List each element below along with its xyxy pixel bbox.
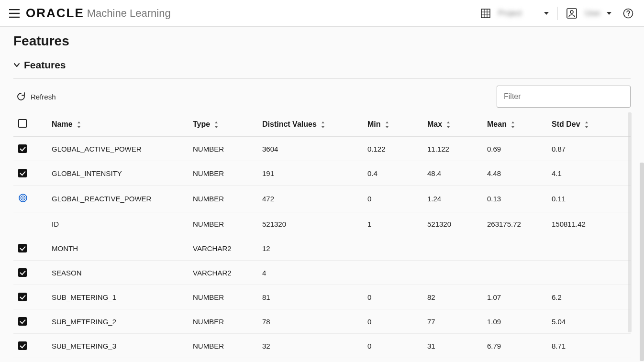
- refresh-label: Refresh: [31, 93, 56, 101]
- page-title: Features: [13, 33, 631, 49]
- cell-min: 0: [363, 186, 422, 212]
- user-icon: [566, 8, 577, 19]
- project-dropdown[interactable]: [537, 4, 553, 23]
- cell-min: 0: [363, 285, 422, 309]
- cell-max: 1.24: [422, 186, 482, 212]
- table-row[interactable]: GLOBAL_REACTIVE_POWERNUMBER47201.240.130…: [13, 186, 631, 212]
- cell-name: GLOBAL_REACTIVE_POWER: [47, 186, 188, 212]
- cell-name: GLOBAL_INTENSITY: [47, 161, 188, 186]
- row-checkbox[interactable]: [18, 144, 27, 153]
- row-checkbox[interactable]: [18, 169, 27, 177]
- cell-distinct: 12: [257, 236, 363, 261]
- row-checkbox[interactable]: [18, 317, 27, 326]
- cell-max: 11.122: [422, 137, 482, 161]
- cell-std: 150811.42: [547, 212, 631, 236]
- cell-type: VARCHAR2: [188, 261, 257, 285]
- cell-max: [422, 261, 482, 285]
- cell-distinct: 472: [257, 186, 363, 212]
- cell-type: VARCHAR2: [188, 236, 257, 261]
- col-header-select[interactable]: [13, 112, 47, 137]
- cell-mean: 0.13: [482, 186, 547, 212]
- section-title: Features: [24, 59, 66, 71]
- cell-mean: 1.09: [482, 309, 547, 334]
- sort-icon: [446, 121, 451, 128]
- col-header-max[interactable]: Max: [422, 112, 482, 137]
- page-scrollbar[interactable]: [640, 163, 644, 361]
- menu-button[interactable]: [5, 4, 24, 23]
- cell-type: NUMBER: [188, 309, 257, 334]
- cell-max: [422, 236, 482, 261]
- row-select-cell: [13, 212, 47, 236]
- user-dropdown[interactable]: [600, 4, 615, 23]
- select-all-checkbox[interactable]: [18, 119, 27, 128]
- table-row[interactable]: SEASONVARCHAR24: [13, 261, 631, 285]
- row-checkbox[interactable]: [18, 244, 27, 252]
- refresh-button[interactable]: Refresh: [13, 88, 59, 105]
- cell-min: 0.4: [363, 161, 422, 186]
- row-checkbox[interactable]: [18, 341, 27, 350]
- cell-name: ID: [47, 212, 188, 236]
- cell-min: 0: [363, 309, 422, 334]
- col-header-std[interactable]: Std Dev: [547, 112, 631, 137]
- cell-distinct: 32: [257, 334, 363, 358]
- table-row[interactable]: IDNUMBER5213201521320263175.72150811.42: [13, 212, 631, 236]
- project-name-blurred[interactable]: Project: [494, 4, 537, 23]
- features-table-wrap: Name Type Distinct Values Min Max Mean S…: [13, 112, 631, 358]
- cell-distinct: 3604: [257, 137, 363, 161]
- cell-name: GLOBAL_ACTIVE_POWER: [47, 137, 188, 161]
- table-row[interactable]: SUB_METERING_1NUMBER810821.076.2: [13, 285, 631, 309]
- cell-mean: [482, 236, 547, 261]
- cell-std: 0.11: [547, 186, 631, 212]
- cell-min: 0: [363, 334, 422, 358]
- row-select-cell: [13, 137, 47, 161]
- cell-name: SUB_METERING_1: [47, 285, 188, 309]
- header-separator: [557, 7, 558, 20]
- svg-point-4: [628, 15, 629, 16]
- svg-rect-0: [481, 9, 490, 18]
- table-scrollbar[interactable]: [628, 112, 632, 332]
- cell-mean: 263175.72: [482, 212, 547, 236]
- cell-max: 31: [422, 334, 482, 358]
- page-body: Features Features Refresh: [0, 27, 644, 362]
- row-select-cell: [13, 261, 47, 285]
- cell-name: SUB_METERING_2: [47, 309, 188, 334]
- cell-mean: 4.48: [482, 161, 547, 186]
- project-selector[interactable]: [477, 4, 494, 23]
- filter-input[interactable]: [497, 86, 631, 108]
- cell-type: NUMBER: [188, 334, 257, 358]
- sort-icon: [584, 121, 589, 128]
- cell-type: NUMBER: [188, 186, 257, 212]
- col-header-mean[interactable]: Mean: [482, 112, 547, 137]
- table-row[interactable]: GLOBAL_ACTIVE_POWERNUMBER36040.12211.122…: [13, 137, 631, 161]
- cell-distinct: 4: [257, 261, 363, 285]
- col-header-distinct[interactable]: Distinct Values: [257, 112, 363, 137]
- cell-type: NUMBER: [188, 161, 257, 186]
- top-header: ORACLE Machine Learning Project User: [0, 0, 644, 27]
- chevron-down-icon: [544, 12, 549, 15]
- user-menu[interactable]: [563, 4, 581, 23]
- col-header-name[interactable]: Name: [47, 112, 188, 137]
- cell-min: [363, 236, 422, 261]
- section-toggle-features[interactable]: Features: [13, 59, 631, 71]
- table-row[interactable]: SUB_METERING_3NUMBER320316.798.71: [13, 334, 631, 358]
- cell-max: 48.4: [422, 161, 482, 186]
- row-checkbox[interactable]: [18, 268, 27, 277]
- chevron-down-icon: [13, 62, 20, 68]
- cell-type: NUMBER: [188, 137, 257, 161]
- table-row[interactable]: GLOBAL_INTENSITYNUMBER1910.448.44.484.1: [13, 161, 631, 186]
- svg-point-2: [570, 11, 573, 13]
- row-select-cell: [13, 186, 47, 212]
- col-header-type[interactable]: Type: [188, 112, 257, 137]
- table-row[interactable]: SUB_METERING_2NUMBER780771.095.04: [13, 309, 631, 334]
- sort-icon: [77, 121, 81, 128]
- row-select-cell: [13, 236, 47, 261]
- cell-mean: 0.69: [482, 137, 547, 161]
- row-checkbox[interactable]: [18, 293, 27, 301]
- cell-max: 521320: [422, 212, 482, 236]
- user-name-blurred[interactable]: User: [581, 4, 600, 23]
- help-button[interactable]: [619, 4, 637, 23]
- col-header-min[interactable]: Min: [363, 112, 422, 137]
- cell-mean: 1.07: [482, 285, 547, 309]
- table-row[interactable]: MONTHVARCHAR212: [13, 236, 631, 261]
- cell-mean: [482, 261, 547, 285]
